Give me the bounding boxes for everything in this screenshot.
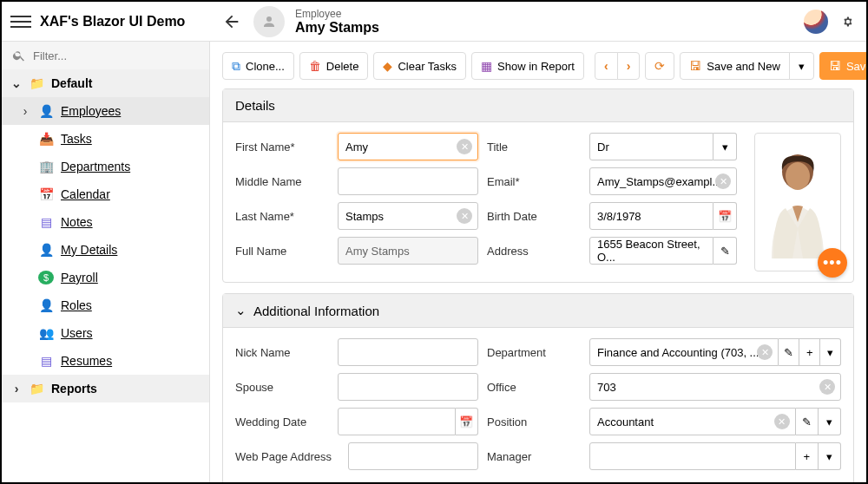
section-details-header: Details: [223, 89, 853, 122]
departments-icon: 🏢: [38, 160, 54, 173]
department-label: Department: [487, 346, 581, 359]
nav-item-employees[interactable]: ›👤Employees: [2, 97, 209, 125]
manager-dropdown-button[interactable]: ▾: [819, 442, 841, 470]
title-dropdown-button[interactable]: ▾: [713, 133, 737, 160]
clear-icon[interactable]: ✕: [774, 414, 790, 429]
department-dropdown-button[interactable]: ▾: [820, 338, 841, 366]
birth-date-input[interactable]: [589, 202, 713, 230]
calendar-icon: 📅: [38, 187, 54, 201]
wedding-date-label: Wedding Date: [235, 415, 329, 428]
folder-icon: 📁: [30, 382, 44, 396]
nav-item-roles[interactable]: 👤Roles: [2, 291, 209, 319]
nav-item-payroll[interactable]: $Payroll: [2, 264, 209, 291]
clone-button[interactable]: ⧉Clone...: [222, 52, 294, 80]
manager-lookup[interactable]: [589, 442, 796, 470]
clear-icon[interactable]: ✕: [757, 344, 773, 360]
delete-button[interactable]: 🗑Delete: [299, 52, 369, 80]
last-name-input[interactable]: ✕: [338, 202, 478, 230]
show-in-report-button[interactable]: ▦Show in Report: [471, 52, 584, 80]
photo-card: •••: [754, 133, 841, 271]
spouse-label: Spouse: [235, 381, 329, 394]
department-edit-button[interactable]: ✎: [779, 338, 799, 366]
toolbar: ⧉Clone... 🗑Delete ◆Clear Tasks ▦Show in …: [222, 52, 854, 80]
photo-actions-button[interactable]: •••: [818, 248, 847, 278]
section-details: Details First Name* ✕ Title Dr▾: [222, 88, 854, 283]
next-record-button[interactable]: ›: [617, 52, 641, 80]
first-name-input[interactable]: ✕: [338, 133, 478, 160]
clear-tasks-button[interactable]: ◆Clear Tasks: [373, 52, 466, 80]
filter-input[interactable]: [33, 49, 199, 62]
chevron-left-icon: ‹: [604, 59, 608, 73]
clear-icon[interactable]: ✕: [457, 139, 472, 154]
nav-item-tasks[interactable]: 📥Tasks: [2, 125, 209, 153]
position-dropdown-button[interactable]: ▾: [819, 408, 841, 435]
prev-record-button[interactable]: ‹: [595, 52, 618, 80]
nav-item-departments[interactable]: 🏢Departments: [2, 153, 209, 180]
clear-icon[interactable]: ✕: [715, 173, 731, 189]
breadcrumb-name: Amy Stamps: [295, 20, 804, 36]
caret-down-icon: ▾: [826, 450, 832, 463]
refresh-button[interactable]: ⟳: [645, 52, 674, 80]
report-icon: ▦: [481, 59, 492, 73]
manager-add-button[interactable]: +: [796, 442, 819, 470]
nav-item-users[interactable]: 👥Users: [2, 319, 209, 347]
clear-icon[interactable]: ✕: [457, 208, 472, 224]
email-label: Email*: [487, 175, 581, 188]
nav-item-label: Roles: [61, 298, 92, 312]
web-page-input[interactable]: [348, 442, 478, 470]
user-avatar[interactable]: [804, 10, 828, 34]
email-input[interactable]: ✕: [589, 167, 737, 195]
full-name-input: Amy Stamps: [338, 237, 478, 265]
department-lookup[interactable]: Finance and Accounting (703, ...✕: [589, 338, 779, 366]
calendar-icon: 📅: [459, 415, 473, 428]
caret-down-icon: ▾: [799, 60, 805, 73]
resumes-icon: ▤: [38, 354, 54, 368]
address-edit-button[interactable]: ✎: [713, 237, 737, 265]
nav-root-default[interactable]: ⌄📁Default: [2, 69, 209, 97]
position-lookup[interactable]: Accountant✕: [589, 408, 796, 435]
refresh-icon: ⟳: [654, 59, 665, 73]
nav-root-label: Default: [51, 76, 92, 90]
save-button[interactable]: 🖫Save: [819, 52, 866, 80]
office-input[interactable]: ✕: [589, 373, 841, 401]
pencil-icon: ✎: [784, 346, 793, 359]
sidebar-filter[interactable]: [2, 42, 209, 69]
nav-item-mydetails[interactable]: 👤My Details: [2, 236, 209, 264]
address-lookup[interactable]: 1655 Beacon Street, O...: [589, 237, 713, 265]
birth-date-picker-button[interactable]: 📅: [713, 202, 737, 230]
save-and-new-dropdown[interactable]: ▾: [789, 52, 814, 80]
settings-button[interactable]: [838, 12, 858, 31]
payroll-icon: $: [38, 271, 54, 285]
clear-icon[interactable]: ✕: [819, 379, 835, 395]
arrow-left-icon: [222, 12, 241, 31]
nav-item-label: Departments: [61, 160, 130, 173]
wedding-date-picker-button[interactable]: 📅: [456, 408, 478, 435]
tasks-icon: 📥: [38, 132, 54, 146]
caret-down-icon: ▾: [722, 141, 728, 154]
nav-item-notes[interactable]: ▤Notes: [2, 208, 209, 236]
trash-icon: 🗑: [309, 59, 321, 73]
nav-item-resumes[interactable]: ▤Resumes: [2, 347, 209, 375]
breadcrumb: Employee Amy Stamps: [295, 8, 804, 36]
nav-tree: ⌄📁Default›👤Employees📥Tasks🏢Departments📅C…: [2, 69, 209, 402]
pencil-icon: ✎: [720, 245, 730, 258]
middle-name-input[interactable]: [338, 167, 478, 195]
title-select[interactable]: Dr: [589, 133, 713, 160]
wedding-date-input[interactable]: [338, 408, 456, 435]
pencil-icon: ✎: [802, 415, 812, 428]
hamburger-icon[interactable]: [10, 11, 31, 32]
section-additional-header[interactable]: ⌄ Additional Information: [223, 294, 853, 328]
nick-name-input[interactable]: [338, 338, 478, 366]
main-content: ⧉Clone... 🗑Delete ◆Clear Tasks ▦Show in …: [210, 42, 866, 482]
position-edit-button[interactable]: ✎: [796, 408, 819, 435]
back-button[interactable]: [222, 12, 241, 31]
department-add-button[interactable]: +: [799, 338, 820, 366]
spouse-input[interactable]: [338, 373, 478, 401]
save-icon: 🖫: [829, 59, 841, 73]
nav-root-reports[interactable]: ›📁Reports: [2, 375, 209, 402]
save-and-new-button[interactable]: 🖫Save and New: [680, 52, 790, 80]
app-title: XAF's Blazor UI Demo: [40, 14, 214, 29]
plus-icon: +: [804, 450, 811, 463]
nav-item-calendar[interactable]: 📅Calendar: [2, 180, 209, 208]
plus-icon: +: [806, 346, 813, 359]
